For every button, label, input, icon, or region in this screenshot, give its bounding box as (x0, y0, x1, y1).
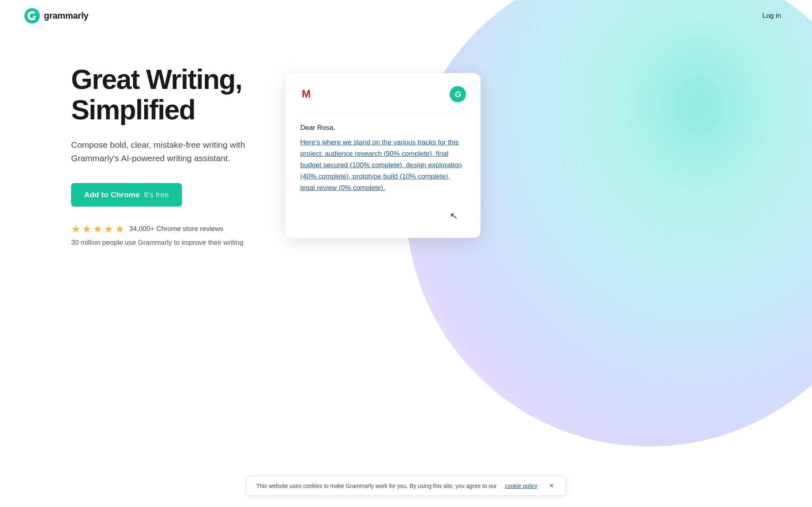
cta-bold-text: Add to Chrome (84, 190, 140, 199)
svg-point-0 (24, 8, 40, 24)
cursor-area: ↖ (300, 210, 466, 222)
cookie-banner: This website uses cookies to make Gramma… (246, 476, 566, 496)
reviews-count: 34,000+ Chrome store reviews (129, 225, 223, 233)
svg-text:M: M (302, 88, 311, 100)
card-header: M G (300, 86, 466, 102)
star-2: ★ (82, 223, 91, 235)
cookie-close-button[interactable]: ✕ (547, 482, 556, 490)
star-1: ★ (71, 223, 80, 235)
logo-text: grammarly (44, 11, 89, 21)
gmail-icon: M (300, 87, 315, 101)
email-body: Here's where we stand on the various tra… (300, 137, 466, 194)
stars-row: ★ ★ ★ ★ ★ 34,000+ Chrome store reviews (71, 223, 245, 235)
main-content: Great Writing, Simplified Compose bold, … (0, 32, 812, 247)
cta-light-text: It's free (144, 190, 169, 199)
email-greeting: Dear Rosa, (300, 124, 466, 132)
email-card: M G Dear Rosa, Here's where we stand on … (286, 73, 481, 237)
headline-line1: Great Writing, (71, 64, 242, 95)
card-divider (300, 114, 466, 114)
navbar: grammarly Log in (0, 0, 812, 32)
right-side: M G Dear Rosa, Here's where we stand on … (286, 73, 481, 237)
headline-line2: Simplified (71, 94, 195, 125)
login-button[interactable]: Log in (756, 9, 788, 23)
users-text: 30 million people use Grammarly to impro… (71, 239, 245, 247)
star-rating: ★ ★ ★ ★ ★ (71, 223, 124, 235)
cookie-text: This website uses cookies to make Gramma… (256, 483, 497, 489)
star-4: ★ (104, 223, 113, 235)
subheadline: Compose bold, clear, mistake-free writin… (71, 138, 245, 165)
star-5: ★ (115, 223, 124, 235)
cookie-policy-link[interactable]: cookie policy (505, 483, 537, 489)
grammarly-g-icon: G (455, 90, 461, 99)
star-3: ★ (93, 223, 102, 235)
cursor-icon: ↖ (449, 210, 458, 222)
left-side: Great Writing, Simplified Compose bold, … (71, 64, 245, 247)
grammarly-badge: G (450, 86, 466, 102)
headline: Great Writing, Simplified (71, 64, 245, 125)
grammarly-logo-icon (24, 8, 40, 24)
add-to-chrome-button[interactable]: Add to Chrome It's free (71, 183, 182, 207)
social-proof: ★ ★ ★ ★ ★ 34,000+ Chrome store reviews 3… (71, 223, 245, 247)
email-highlighted-text: Here's where we stand on the various tra… (300, 138, 462, 192)
logo[interactable]: grammarly (24, 8, 89, 24)
